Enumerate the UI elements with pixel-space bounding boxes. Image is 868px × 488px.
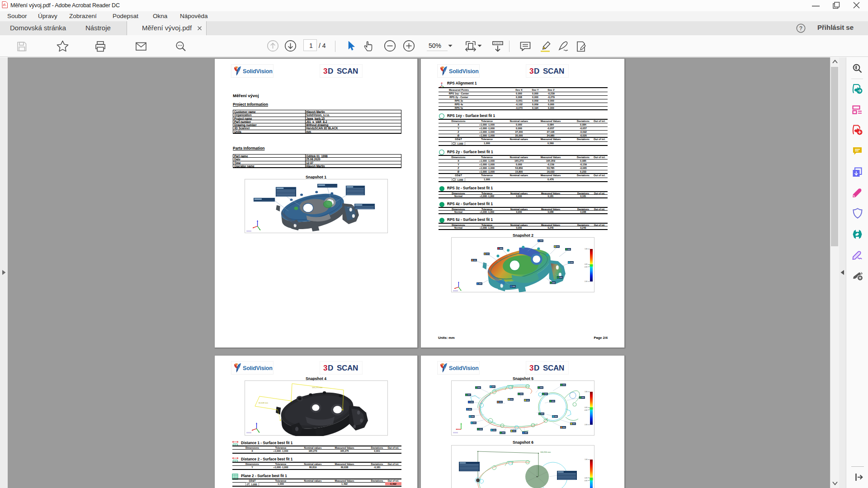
svg-text:-0,005: -0,005	[584, 480, 588, 482]
svg-text:0,005: 0,005	[585, 407, 588, 408]
svg-text:-0,005: -0,005	[584, 409, 588, 411]
svg-text:165,275 mm: 165,275 mm	[312, 386, 323, 389]
svg-text:166,916 mm: 166,916 mm	[540, 451, 551, 453]
svg-text:?: ?	[799, 25, 802, 32]
svg-text:-1,000: -1,000	[584, 424, 588, 426]
svg-text:1,000: 1,000	[585, 248, 588, 250]
svg-text:0,005: 0,005	[585, 477, 588, 479]
svg-text:1.000: 1.000	[251, 483, 257, 486]
svg-text:0,005: 0,005	[585, 263, 588, 265]
svg-text:1,000: 1,000	[585, 391, 588, 393]
svg-text:-1,000: -1,000	[584, 281, 588, 282]
svg-text:1,000: 1,000	[585, 459, 588, 460]
svg-text:60,608 mm: 60,608 mm	[259, 402, 268, 404]
svg-text:-0,005: -0,005	[584, 266, 588, 268]
